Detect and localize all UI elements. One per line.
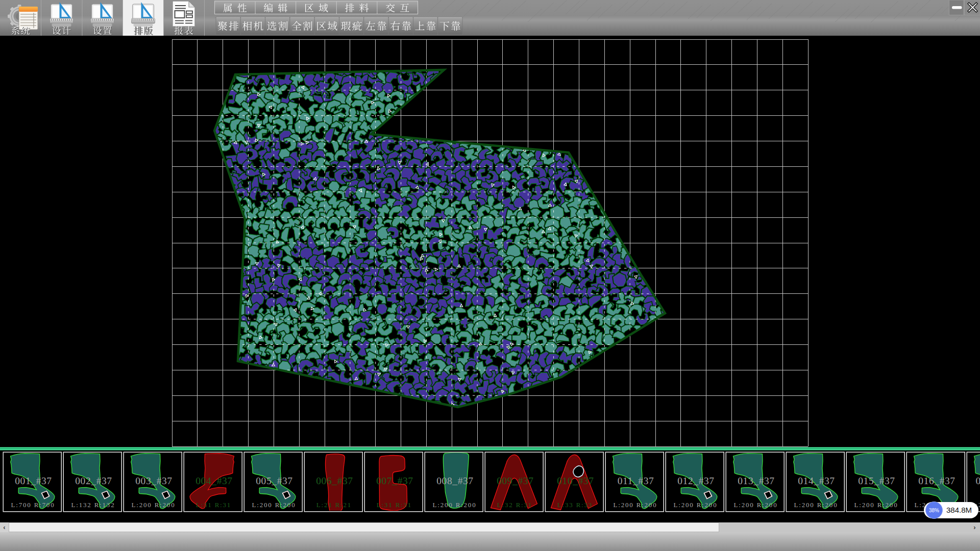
svg-text:003_#37: 003_#37 [135,475,172,486]
svg-text:L:31 R:31: L:31 R:31 [377,501,412,509]
svg-text:002_#37: 002_#37 [75,475,112,486]
svg-text:013_#37: 013_#37 [738,475,774,486]
svg-text:L:200 R:200: L:200 R:200 [674,501,718,509]
svg-text:L:33 R:33: L:33 R:33 [557,501,593,509]
svg-text:011_#37: 011_#37 [618,475,654,486]
svg-text:L:200 R:200: L:200 R:200 [854,501,898,509]
svg-text:015_#37: 015_#37 [858,475,895,486]
svg-text:L:21 R:21: L:21 R:21 [316,501,352,509]
svg-text:009_#37: 009_#37 [497,475,533,486]
svg-text:016_#37: 016_#37 [918,475,955,486]
svg-text:014_#37: 014_#37 [798,475,835,486]
svg-text:004_#37: 004_#37 [195,475,232,486]
svg-text:L:700 R:700: L:700 R:700 [11,501,55,509]
svg-text:005_#37: 005_#37 [256,475,292,486]
svg-text:010_#37: 010_#37 [557,475,594,486]
svg-text:L:132 R:132: L:132 R:132 [71,501,115,509]
svg-text:L:31 R:31: L:31 R:31 [196,501,231,509]
svg-text:008_#37: 008_#37 [436,475,473,486]
svg-text:L:32 R:31: L:32 R:31 [497,501,532,509]
svg-text:001_#37: 001_#37 [15,475,52,486]
svg-text:006_#37: 006_#37 [316,475,353,486]
svg-text:012_#37: 012_#37 [677,475,714,486]
svg-text:L:200 R:200: L:200 R:200 [614,501,657,509]
svg-text:0: 0 [976,475,980,486]
svg-text:007_#37: 007_#37 [376,475,413,486]
svg-text:L:200 R:200: L:200 R:200 [252,501,296,509]
svg-text:L:200 R:200: L:200 R:200 [794,501,838,509]
svg-text:L:200 R:200: L:200 R:200 [132,501,176,509]
svg-text:L:200 R:200: L:200 R:200 [734,501,778,509]
svg-text:L:200 R:200: L:200 R:200 [433,501,477,509]
